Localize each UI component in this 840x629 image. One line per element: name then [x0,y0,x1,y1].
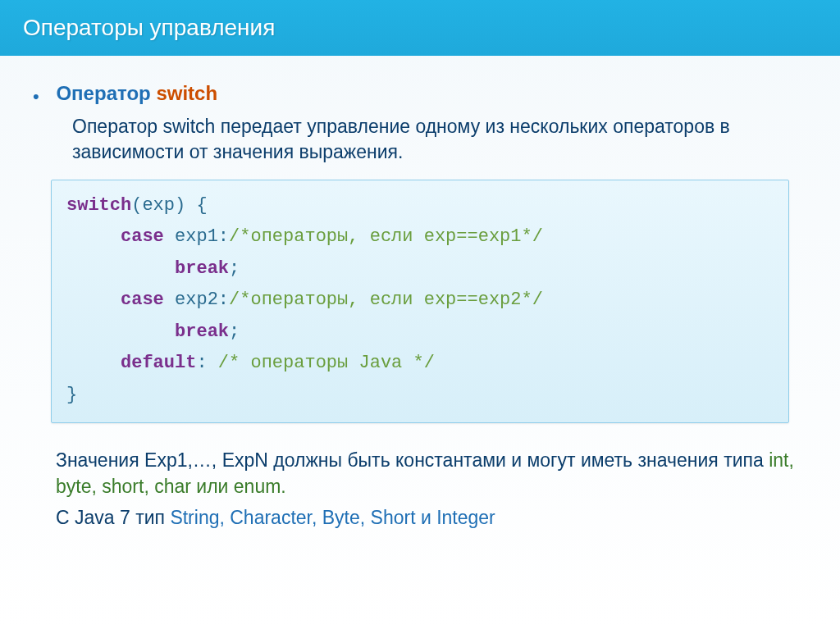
code-pad [66,353,121,373]
type-list: String, Character, Byte, Short и Integer [170,507,495,528]
code-pad [66,289,121,310]
note-text: Значения Exp1,…, ExpN должны быть конста… [56,449,769,471]
code-pad [66,226,121,247]
code-pad [66,321,175,342]
bottom-notes: Значения Exp1,…, ExpN должны быть конста… [0,423,840,531]
code-comment: /*операторы, если exp==exp2*/ [229,289,543,310]
operator-name: Оператор [56,82,156,104]
slide: Операторы управления Оператор switch Опе… [0,0,840,629]
code-comment: /*операторы, если exp==exp1*/ [229,226,543,247]
operator-label: Оператор switch [56,82,217,104]
code-text: } [66,385,77,405]
code-text: : [196,353,217,373]
code-text: exp2: [164,289,229,310]
kw-case: case [121,289,164,310]
kw-default: default [121,353,196,373]
note-2: С Java 7 тип String, Character, Byte, Sh… [56,505,801,531]
title-bar: Операторы управления [0,0,840,56]
kw-break: break [175,321,229,342]
kw-case: case [121,226,164,247]
kw-break: break [175,258,229,279]
code-text: exp1: [164,226,229,247]
page-title: Операторы управления [23,15,275,41]
kw-switch: switch [66,195,131,216]
code-text: (exp) { [131,195,207,216]
code-text: ; [229,321,240,342]
code-comment: /* операторы Java */ [218,353,435,373]
operator-keyword: switch [156,82,217,104]
operator-description: Оператор switch передает управление одно… [52,114,801,165]
note-1: Значения Exp1,…, ExpN должны быть конста… [56,448,801,499]
content-area: Оператор switch Оператор switch передает… [0,56,840,423]
operator-item: Оператор switch Оператор switch передает… [52,82,801,165]
operator-list: Оператор switch Оператор switch передает… [39,82,801,165]
code-block: switch(exp) { case exp1:/*операторы, есл… [51,180,789,424]
note-text: С Java 7 тип [56,507,170,528]
code-pad [66,258,175,279]
code-text: ; [229,258,240,279]
